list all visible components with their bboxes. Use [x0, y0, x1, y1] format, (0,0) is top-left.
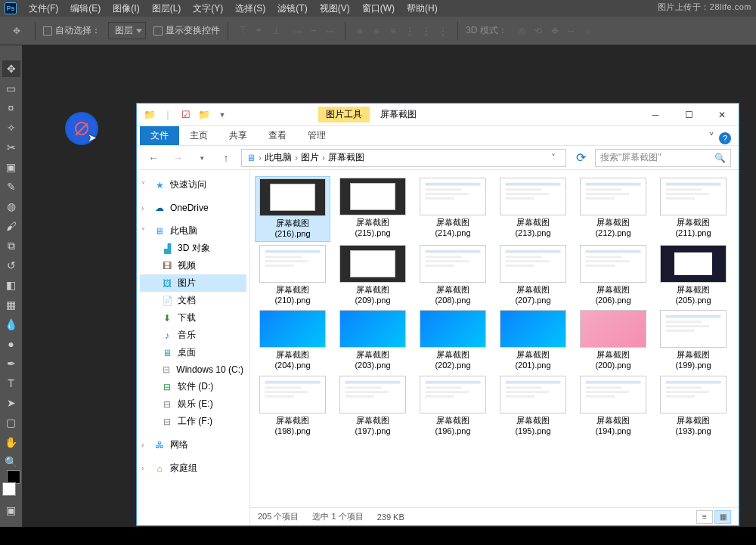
align-right-icon[interactable]: ⟝	[324, 24, 337, 38]
maximize-button[interactable]: ☐	[672, 104, 705, 125]
view-icons-button[interactable]: ▦	[714, 510, 731, 524]
nav-pictures[interactable]: 🖼图片	[140, 274, 246, 292]
auto-select-dropdown[interactable]: 图层	[108, 22, 146, 39]
breadcrumb-pictures[interactable]: 图片	[301, 151, 319, 164]
file-item[interactable]: 屏幕截图(193).png	[655, 374, 731, 438]
eraser-tool[interactable]: ◧	[2, 277, 20, 293]
nav-drive-d[interactable]: ⊟软件 (D:)	[140, 378, 246, 395]
file-item[interactable]: 屏幕截图(216).png	[255, 176, 330, 242]
dist-right-icon[interactable]: ⋮	[436, 24, 450, 38]
menu-layer[interactable]: 图层(L)	[152, 2, 181, 15]
address-bar[interactable]: 🖥 › 此电脑 › 图片 › 屏幕截图 ˅	[241, 149, 566, 167]
crop-tool[interactable]: ✂	[2, 139, 20, 156]
nav-this-pc[interactable]: ˅🖥此电脑	[140, 222, 246, 240]
quick-mask-tool[interactable]: ▣	[2, 502, 20, 519]
menu-view[interactable]: 视图(V)	[320, 2, 350, 15]
eyedropper-tool[interactable]: ✎	[2, 178, 20, 195]
file-item[interactable]: 屏幕截图(197).png	[335, 374, 411, 438]
menu-filter[interactable]: 滤镜(T)	[277, 2, 307, 15]
file-item[interactable]: 屏幕截图(212).png	[575, 176, 651, 242]
lasso-tool[interactable]: ¤	[2, 100, 20, 116]
close-button[interactable]: ✕	[705, 104, 739, 125]
move-tool[interactable]: ✥	[2, 60, 20, 77]
screen-mode-tool[interactable]: ▭	[2, 522, 20, 527]
file-item[interactable]: 屏幕截图(195).png	[495, 374, 571, 438]
nav-drive-c[interactable]: ⊟Windows 10 (C:)	[140, 361, 246, 378]
path-select-tool[interactable]: ➤	[2, 395, 20, 411]
file-item[interactable]: 屏幕截图(201).png	[495, 308, 571, 373]
align-bottom-icon[interactable]: ⟘	[269, 24, 283, 38]
color-swatches[interactable]	[2, 478, 20, 499]
dist-left-icon[interactable]: ⋮	[403, 24, 417, 38]
file-item[interactable]: 屏幕截图(215).png	[335, 176, 411, 242]
nav-drive-e[interactable]: ⊟娱乐 (E:)	[140, 395, 246, 413]
menu-window[interactable]: 窗口(W)	[362, 2, 395, 15]
nav-drive-f[interactable]: ⊟工作 (F:)	[140, 413, 246, 430]
file-item[interactable]: 屏幕截图(196).png	[415, 374, 491, 438]
file-item[interactable]: 屏幕截图(207).png	[495, 243, 571, 308]
history-brush-tool[interactable]: ↺	[2, 257, 20, 274]
help-icon[interactable]: ?	[719, 132, 731, 144]
marquee-tool[interactable]: ▭	[2, 80, 20, 97]
dist-vcenter-icon[interactable]: ≡	[370, 24, 383, 38]
file-item[interactable]: 屏幕截图(209).png	[335, 243, 411, 308]
magic-wand-tool[interactable]: ✧	[2, 119, 20, 136]
nav-homegroup[interactable]: ›⌂家庭组	[140, 460, 246, 477]
nav-videos[interactable]: 🎞视频	[140, 257, 246, 274]
nav-onedrive[interactable]: ›☁OneDrive	[140, 200, 246, 216]
explorer-window[interactable]: 📁 | ☑ 📁 ▼ 图片工具 屏幕截图 ─ ☐ ✕ 文件 主页 共享 查看 管理…	[136, 103, 739, 526]
file-item[interactable]: 屏幕截图(206).png	[575, 243, 651, 308]
menu-help[interactable]: 帮助(H)	[407, 2, 438, 15]
menu-file[interactable]: 文件(F)	[29, 2, 58, 15]
file-item[interactable]: 屏幕截图(214).png	[415, 176, 491, 242]
view-details-button[interactable]: ≡	[696, 510, 713, 524]
tab-manage[interactable]: 管理	[297, 126, 336, 145]
type-tool[interactable]: T	[2, 375, 20, 392]
file-item[interactable]: 屏幕截图(204).png	[255, 308, 330, 373]
nav-music[interactable]: ♪音乐	[140, 327, 246, 344]
tab-view[interactable]: 查看	[258, 126, 297, 145]
hand-tool[interactable]: ✋	[2, 434, 20, 451]
file-item[interactable]: 屏幕截图(199).png	[655, 308, 731, 373]
nav-up-button[interactable]: ↑	[217, 149, 235, 167]
align-left-icon[interactable]: ⟞	[290, 24, 304, 38]
address-dropdown-icon[interactable]: ˅	[546, 153, 561, 163]
file-item[interactable]: 屏幕截图(200).png	[575, 308, 651, 373]
clone-tool[interactable]: ⧉	[2, 237, 20, 254]
show-transform-toggle[interactable]: 显示变换控件	[153, 24, 220, 37]
frame-tool[interactable]: ▣	[2, 159, 20, 175]
slide-icon[interactable]: ↔	[565, 24, 578, 38]
dist-top-icon[interactable]: ≡	[353, 24, 367, 38]
tab-home[interactable]: 主页	[179, 126, 218, 145]
auto-select-toggle[interactable]: 自动选择：	[43, 24, 101, 37]
file-item[interactable]: 屏幕截图(203).png	[335, 308, 411, 373]
nav-pane[interactable]: ˅★快速访问 ›☁OneDrive ˅🖥此电脑 ▟3D 对象 🎞视频 🖼图片 📄…	[137, 170, 250, 525]
explorer-titlebar[interactable]: 📁 | ☑ 📁 ▼ 图片工具 屏幕截图 ─ ☐ ✕	[137, 104, 739, 126]
nav-documents[interactable]: 📄文档	[140, 292, 246, 309]
nav-quick-access[interactable]: ˅★快速访问	[140, 176, 246, 194]
align-vcenter-icon[interactable]: ⫩	[253, 24, 266, 38]
dist-bottom-icon[interactable]: ≡	[386, 24, 400, 38]
menu-select[interactable]: 选择(S)	[235, 2, 265, 15]
minimize-button[interactable]: ─	[639, 104, 672, 125]
new-folder-icon[interactable]: 📁	[196, 107, 212, 123]
ribbon-expand-icon[interactable]: ˅	[708, 131, 714, 145]
menu-edit[interactable]: 编辑(E)	[70, 2, 101, 15]
file-item[interactable]: 屏幕截图(194).png	[575, 374, 651, 438]
rectangle-tool[interactable]: ▢	[2, 414, 20, 431]
pan-icon[interactable]: ✥	[548, 24, 562, 38]
tab-share[interactable]: 共享	[218, 126, 258, 145]
refresh-button[interactable]: ⟳	[572, 150, 589, 165]
file-item[interactable]: 屏幕截图(208).png	[415, 243, 491, 308]
file-item[interactable]: 屏幕截图(210).png	[255, 243, 330, 308]
menu-type[interactable]: 文字(Y)	[193, 2, 223, 15]
nav-desktop[interactable]: 🖥桌面	[140, 344, 246, 361]
fg-color-swatch[interactable]	[2, 482, 16, 496]
file-item[interactable]: 屏幕截图(198).png	[255, 374, 330, 438]
brush-tool[interactable]: 🖌	[2, 218, 20, 234]
breadcrumb-this-pc[interactable]: 此电脑	[265, 151, 292, 164]
align-hcenter-icon[interactable]: ⫟	[307, 24, 321, 38]
nav-back-button[interactable]: ←	[144, 149, 163, 167]
folder-icon[interactable]: 📁	[141, 107, 158, 123]
qat-dropdown-icon[interactable]: ▼	[214, 107, 231, 123]
